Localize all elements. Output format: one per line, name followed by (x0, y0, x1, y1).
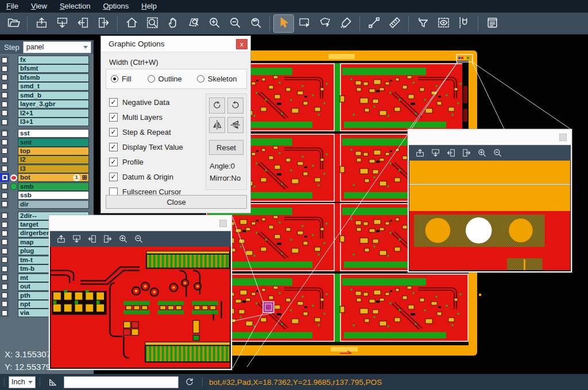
layer-row-l2+1[interactable]: l2+1 (0, 109, 94, 118)
display-options-button[interactable] (434, 15, 453, 32)
layer-row-l3+1[interactable]: l3+1 (0, 118, 94, 126)
checkbox-profile[interactable]: ✓Profile (109, 154, 183, 169)
layer-name-smd_t[interactable]: smd_t (18, 82, 89, 91)
checkbox-multi-layers[interactable]: ✓Multi Layers (109, 110, 183, 124)
mirror-vertical-button[interactable] (227, 117, 243, 133)
layer-name-bfsmb[interactable]: bfsmb (18, 73, 89, 82)
checkbox-datum-origin[interactable]: ✓Datum & Origin (109, 169, 183, 184)
layer-checkbox[interactable] (0, 264, 9, 273)
layer-checkbox[interactable] (0, 82, 9, 91)
nudge-right-button[interactable] (100, 232, 115, 245)
menu-file[interactable]: File (0, 0, 25, 13)
menu-help[interactable]: Help (135, 0, 163, 13)
layer-checkbox[interactable] (0, 274, 9, 282)
selection-highlight[interactable] (263, 302, 274, 313)
zoom-in-button[interactable] (115, 232, 131, 245)
filter-button[interactable] (413, 15, 432, 32)
layer-name-bot[interactable]: bot1⊞ (18, 173, 89, 182)
unit-select[interactable]: Inch (9, 376, 36, 388)
command-input[interactable] (64, 376, 179, 388)
layer-row-layer_3.gbr[interactable]: layer_3.gbr (0, 100, 94, 108)
menu-options[interactable]: Options (96, 0, 135, 13)
layer-row-bfsmb[interactable]: bfsmb (0, 73, 94, 82)
layer-checkbox[interactable] (0, 109, 9, 118)
magnifier-left-titlebar[interactable] (50, 216, 231, 231)
layer-checkbox[interactable] (0, 91, 9, 100)
layer-checkbox[interactable] (0, 155, 9, 164)
layer-name-top[interactable]: top (18, 147, 89, 155)
layer-name-smt[interactable]: smt (18, 138, 89, 147)
zoom-out-button[interactable] (225, 15, 245, 32)
layer-row-l2[interactable]: l2 (0, 155, 94, 164)
fit-home-button[interactable] (122, 15, 141, 32)
layer-checkbox[interactable] (0, 256, 9, 264)
dialog-close-button[interactable]: x (236, 39, 247, 49)
nudge-up-button[interactable] (32, 15, 51, 32)
nudge-down-button[interactable] (52, 15, 72, 32)
nudge-right-button[interactable] (94, 15, 113, 32)
layer-row-smb[interactable]: smb (0, 182, 94, 191)
angle-protractor-icon[interactable] (46, 376, 60, 388)
layer-name-dir[interactable]: dir (18, 200, 89, 209)
dialog-titlebar[interactable]: Graphic Options (101, 36, 250, 52)
layer-name-l2[interactable]: l2 (18, 155, 89, 164)
layer-checkbox[interactable] (0, 229, 9, 237)
layer-row-smt[interactable]: smt (0, 138, 94, 147)
checkbox-step-repeat[interactable]: ✓Step & Repeat (109, 124, 183, 139)
layer-name-ssb[interactable]: ssb (18, 191, 89, 200)
layer-row-ssb[interactable]: ssb (0, 191, 94, 200)
layer-name-sst[interactable]: sst (18, 129, 89, 138)
nudge-up-button[interactable] (53, 232, 69, 245)
clean-brush-button[interactable] (336, 15, 355, 32)
open-file-button[interactable] (3, 15, 23, 32)
ruler-button[interactable] (385, 15, 404, 32)
nudge-left-button[interactable] (73, 15, 92, 32)
menu-selection[interactable]: Selection (53, 0, 96, 13)
layer-row-l3[interactable]: l3 (0, 165, 94, 173)
checkbox-display-text-value[interactable]: ✓Display Text Value (109, 139, 183, 154)
refresh-icon[interactable] (183, 376, 196, 388)
layer-checkbox[interactable] (0, 200, 9, 209)
radio-skeleton[interactable]: Skeleton (197, 75, 237, 83)
layer-checkbox[interactable] (0, 300, 9, 309)
nudge-down-button[interactable] (69, 232, 84, 245)
measure-distance-button[interactable] (364, 15, 384, 32)
layer-checkbox[interactable] (0, 64, 9, 73)
snap-magnet-button[interactable] (454, 15, 474, 32)
layer-checkbox[interactable] (0, 129, 9, 138)
layer-checkbox[interactable] (0, 291, 9, 300)
window-button[interactable] (219, 220, 227, 227)
layer-checkbox[interactable] (0, 212, 9, 220)
layer-checkbox[interactable] (0, 309, 9, 317)
rect-select-button[interactable] (295, 15, 314, 32)
layer-row-smd_t[interactable]: smd_t (0, 82, 94, 91)
layer-checkbox[interactable] (0, 191, 9, 200)
magnifier-left-view[interactable] (50, 247, 231, 368)
zoom-out-button[interactable] (490, 146, 505, 159)
layer-name-l3[interactable]: l3 (18, 165, 89, 173)
layer-row-dir[interactable]: dir (0, 200, 94, 209)
nudge-left-button[interactable] (84, 232, 100, 245)
step-select[interactable]: panel (23, 41, 91, 53)
layer-row-top[interactable]: top (0, 147, 94, 155)
layer-name-l3+1[interactable]: l3+1 (18, 118, 89, 126)
layer-checkbox[interactable] (0, 165, 9, 173)
layer-name-smd_b[interactable]: smd_b (18, 91, 89, 100)
radio-fill[interactable]: Fill (111, 75, 131, 83)
layer-checkbox[interactable] (0, 173, 9, 182)
magnifier-right-view[interactable] (409, 161, 571, 270)
layer-name-smb[interactable]: smb (18, 182, 89, 191)
nudge-left-button[interactable] (443, 146, 459, 159)
pan-hand-button[interactable] (163, 15, 183, 32)
layer-checkbox[interactable] (0, 282, 9, 291)
select-tool-button[interactable] (274, 15, 293, 32)
layer-checkbox[interactable] (0, 118, 9, 126)
dialog-close-action-button[interactable]: Close (106, 195, 247, 209)
magnifier-window-right[interactable] (408, 129, 572, 272)
layer-row-fx[interactable]: fx (0, 56, 94, 64)
report-panel-button[interactable] (482, 15, 502, 32)
mirror-horizontal-button[interactable] (209, 117, 225, 133)
layer-checkbox[interactable] (0, 73, 9, 82)
layer-checkbox[interactable] (0, 56, 9, 64)
layer-name-l2+1[interactable]: l2+1 (18, 109, 89, 118)
